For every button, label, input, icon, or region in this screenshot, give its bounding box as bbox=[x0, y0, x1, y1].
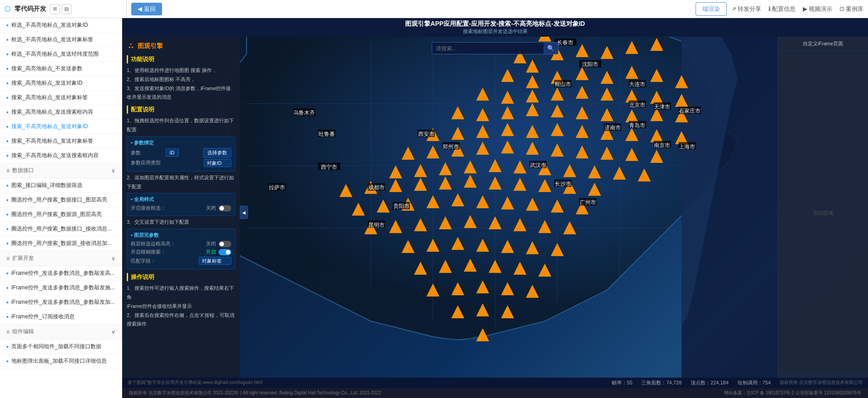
global-style-title: • 全局样式 bbox=[131, 196, 231, 203]
sidebar-item-4[interactable]: 搜索_高亮地标点_发送对象ID bbox=[0, 76, 122, 91]
back-arrow-icon: ◀ bbox=[138, 5, 142, 12]
sidebar-data-3[interactable]: 圈选控件_用户搜索_数据接口_接收消息... bbox=[0, 222, 122, 236]
section-icon-comp: ≡ 组件编辑 bbox=[6, 328, 34, 336]
config-text-3: 3、交互设置下进行如下配置 bbox=[127, 218, 235, 227]
param-type-select[interactable]: 对象ID bbox=[204, 159, 231, 167]
chevron-down-icon: ∨ bbox=[111, 168, 115, 174]
layer-params-section: • 图层完参数 框层框选边框高亮： 关闭 开启模糊搜索： 开启 bbox=[127, 229, 235, 269]
app-icon: ⬡ bbox=[5, 5, 11, 13]
cases-icon: ⊡ bbox=[839, 5, 844, 12]
app-title: 零代码开发 bbox=[14, 5, 46, 13]
layer-high-toggle[interactable]: 关闭 bbox=[206, 240, 231, 247]
cases-action[interactable]: ⊡ 案例库 bbox=[839, 5, 863, 13]
chevron-down-icon-2: ∨ bbox=[111, 255, 115, 262]
sidebar-comp-1[interactable]: 地标图弹出面板_加载不同接口详细信息 bbox=[0, 354, 122, 369]
config-action[interactable]: ℹ 配置信息 bbox=[768, 5, 796, 13]
config-title: 配置说明 bbox=[127, 105, 235, 114]
header-left: ⬡ 零代码开发 ⊞ ▤ bbox=[5, 0, 127, 18]
iframe-placeholder: 空白区域 bbox=[778, 51, 868, 374]
list-icon: ≡ bbox=[6, 168, 10, 174]
back-button[interactable]: ◀ 返回 bbox=[131, 3, 162, 15]
top-header: ⬡ 零代码开发 ⊞ ▤ ◀ 返回 端渲染 ↗ 转发分享 ℹ 配置信息 ▶ 视频演… bbox=[0, 0, 868, 18]
search-icon: 🔍 bbox=[547, 45, 554, 52]
info-icon: ℹ bbox=[768, 5, 771, 12]
sidebar-item-2[interactable]: 框选_不高亮地标点_发送经纬度范围 bbox=[0, 47, 122, 62]
section-icon-extend: ≡ 扩展开发 bbox=[6, 254, 34, 262]
match-for-select[interactable]: 对象标签 bbox=[199, 257, 231, 265]
sidebar-data-0[interactable]: 图索_接口编辑_详细数据筛选 bbox=[0, 178, 122, 193]
sidebar-data-2[interactable]: 圈选控件_用户搜索_数据源_图层高亮 bbox=[0, 207, 122, 222]
grid-icon[interactable]: ⊞ bbox=[50, 4, 60, 14]
video-action[interactable]: ▶ 视频演示 bbox=[803, 5, 832, 13]
layout-icon[interactable]: ▤ bbox=[62, 4, 72, 14]
map-search-input[interactable] bbox=[432, 43, 544, 54]
global-style-section: • 全局样式 开启接收框选： 关闭 bbox=[127, 193, 235, 216]
panel-collapse-btn[interactable]: ◀ bbox=[240, 206, 248, 219]
content-area: 图观引擎APP应用配置-应用开发-搜索-不高亮地标点-发送对象ID 搜索地标图层… bbox=[122, 18, 868, 398]
status-source: 基于图观"数字孪生应用开发引擎框架 www.digihail.com/tugua… bbox=[128, 379, 262, 386]
param-section-title: • 参数绑定 bbox=[131, 139, 231, 146]
copyright-small: 版权所有 北京数字冰雹信息技术有限公司 bbox=[780, 379, 863, 386]
header-icon-btns: ⊞ ▤ bbox=[50, 4, 72, 14]
sidebar-item-1[interactable]: 框选_不高亮地标点_发送对象标签 bbox=[0, 33, 122, 47]
sidebar-item-9[interactable]: 搜索_不高亮地标点_发送搜索框内容 bbox=[0, 149, 122, 163]
sidebar-item-5[interactable]: 搜索_高亮地标点_发送对象标签 bbox=[0, 91, 122, 105]
render-button[interactable]: 端渲染 bbox=[696, 2, 727, 16]
config-text-1: 1、拖拽框选控件到合适位置，数据设置进行如下配置 bbox=[127, 116, 235, 134]
right-panel-title: 自定义iFrame页面 bbox=[778, 37, 868, 51]
sidebar-ext-3[interactable]: iFrame控件_订阅接收消息 bbox=[0, 310, 122, 324]
section-data-api[interactable]: ≡ 数据接口 ∨ bbox=[0, 163, 122, 178]
map-search-button[interactable]: 🔍 bbox=[544, 43, 558, 54]
sidebar-item-0[interactable]: 框选_不高亮地标点_发送对象ID bbox=[0, 18, 122, 33]
vertices-display: 顶点数：224,184 bbox=[691, 379, 729, 386]
ops-text: 1、搜索控件可进行输入搜索操作，搜索结果右下角 iFrame控件会接收结果并显示… bbox=[127, 284, 235, 329]
open-match-row: 开启模糊搜索： 开启 bbox=[131, 249, 231, 255]
accept-circle-row: 开启接收框选： 关闭 bbox=[131, 205, 231, 211]
open-match-toggle[interactable]: 开启 bbox=[206, 249, 231, 255]
func-text: 1、使用框选控件进行地图图 搜索 操作， 2、搜索后地标图图标 不高亮， 3、发… bbox=[127, 66, 235, 102]
section-comp-edit[interactable]: ≡ 组件编辑 ∨ bbox=[0, 324, 122, 340]
video-icon: ▶ bbox=[803, 5, 807, 12]
param-type-row: 参数应用类型 对象ID bbox=[131, 159, 231, 167]
param-binding-section: • 参数绑定 参数 ID 选择参数 参数应用类型 对象ID bbox=[127, 136, 235, 172]
footer-icp: 网站备案：京ICP 备 19018737号-2 公安部备案号 110106020… bbox=[724, 390, 861, 396]
func-title: 功能说明 bbox=[127, 55, 235, 63]
map-background: ⛬ 图观引擎 功能说明 1、使用框选控件进行地图图 搜索 操作， 2、搜索后地标… bbox=[122, 37, 868, 388]
right-panel: 自定义iFrame页面 空白区域 ▶ bbox=[777, 37, 868, 388]
sidebar-ext-0[interactable]: iFrame控件_发送多参数消息_参数敲发高... bbox=[0, 266, 122, 281]
accept-circle-toggle[interactable]: 关闭 bbox=[206, 205, 231, 211]
fps-display: 帧率：55 bbox=[612, 379, 632, 386]
left-sidebar: 框选_不高亮地标点_发送对象ID 框选_不高亮地标点_发送对象标签 框选_不高亮… bbox=[0, 18, 122, 398]
layer-select-high-row: 框层框选边框高亮： 关闭 bbox=[131, 240, 231, 247]
left-panel: ⛬ 图观引擎 功能说明 1、使用框选控件进行地图图 搜索 操作， 2、搜索后地标… bbox=[122, 37, 240, 388]
param-row: 参数 ID 选择参数 bbox=[131, 148, 231, 158]
sidebar-data-4[interactable]: 圈选控件_用户搜索_数据源_接收消息加... bbox=[0, 236, 122, 251]
sidebar-item-8[interactable]: 搜索_不高亮地标点_发送对象标签 bbox=[0, 134, 122, 149]
map-search-bar: 🔍 bbox=[432, 42, 558, 54]
page-footer: 版权所有 北京数字冰雹信息技术有限公司 2021-2022年 | All rig… bbox=[122, 388, 868, 398]
section-extend-dev[interactable]: ≡ 扩展开发 ∨ bbox=[0, 251, 122, 266]
toggle-layer-dot bbox=[219, 241, 231, 247]
header-right-actions: ↗ 转发分享 ℹ 配置信息 ▶ 视频演示 ⊡ 案例库 bbox=[731, 5, 863, 13]
collapse-arrow-icon: ◀ bbox=[242, 210, 246, 215]
footer-copyright: 版权所有 北京数字冰雹信息技术有限公司 2021-2022年 | All rig… bbox=[129, 390, 381, 396]
config-text-2: 2、添加图层并配置相关属性，样式设置下进行如下配置 bbox=[127, 173, 235, 192]
match-for-row: 匹配字段： 对象标签 bbox=[131, 257, 231, 265]
list-icon-3: ≡ bbox=[6, 329, 10, 335]
map-container[interactable]: ⛬ 图观引擎 功能说明 1、使用框选控件进行地图图 搜索 操作， 2、搜索后地标… bbox=[122, 37, 868, 388]
layer-params-title: • 图层完参数 bbox=[131, 232, 231, 239]
sidebar-item-3[interactable]: 搜索_高亮地标点_不发送参数 bbox=[0, 62, 122, 76]
share-action[interactable]: ↗ 转发分享 bbox=[731, 5, 761, 13]
sidebar-item-6[interactable]: 搜索_高亮地标点_发送搜索框内容 bbox=[0, 105, 122, 120]
sidebar-comp-0[interactable]: 页面多个相同组件_加载不同接口数据 bbox=[0, 340, 122, 354]
ops-title: 操作说明 bbox=[127, 273, 235, 281]
triangles-display: 三角面数：74,728 bbox=[641, 379, 682, 386]
iframe-empty-label: 空白区域 bbox=[813, 210, 833, 216]
status-bar: 基于图观"数字孪生应用开发引擎框架 www.digihail.com/tugua… bbox=[122, 378, 868, 388]
sidebar-ext-1[interactable]: iFrame控件_发送多参数消息_参数敲发施... bbox=[0, 281, 122, 295]
list-icon-2: ≡ bbox=[6, 255, 10, 262]
sidebar-item-7[interactable]: 搜索_不高亮地标点_发送对象ID bbox=[0, 120, 122, 134]
sidebar-ext-2[interactable]: iFrame控件_发送多参数消息_参数敲发加... bbox=[0, 295, 122, 310]
sidebar-data-1[interactable]: 圈选控件_用户搜索_数据接口_图层高亮 bbox=[0, 193, 122, 207]
main-layout: 框选_不高亮地标点_发送对象ID 框选_不高亮地标点_发送对象标签 框选_不高亮… bbox=[0, 18, 868, 398]
